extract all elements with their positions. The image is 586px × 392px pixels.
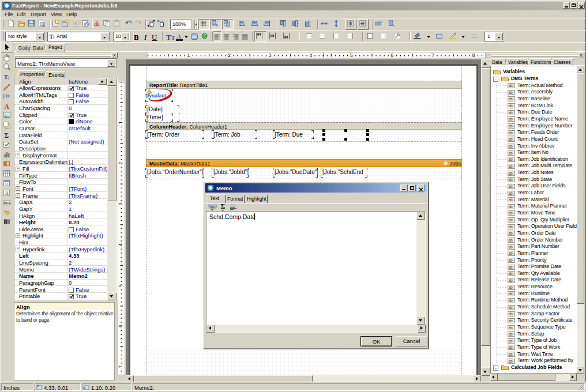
- svg-text:ab: ab: [509, 278, 513, 282]
- svg-text:8: 8: [472, 52, 475, 58]
- svg-text:I: I: [8, 76, 9, 81]
- svg-text:ab: ab: [509, 265, 513, 269]
- svg-text:ab: ab: [509, 312, 513, 316]
- svg-text:ab: ab: [509, 211, 513, 215]
- svg-text:abc: abc: [210, 205, 215, 208]
- svg-text:ab: ab: [509, 91, 513, 95]
- svg-text:ab: ab: [509, 359, 513, 363]
- svg-text:ab: ab: [509, 238, 513, 242]
- svg-text:A: A: [5, 191, 9, 196]
- svg-text:ab: ab: [509, 111, 513, 115]
- svg-text:ab: ab: [509, 352, 513, 356]
- svg-text:ab: ab: [509, 319, 513, 323]
- svg-text:5: 5: [350, 52, 353, 58]
- svg-text:ab: ab: [509, 258, 513, 262]
- svg-text:7: 7: [431, 52, 434, 58]
- svg-text:2: 2: [118, 162, 123, 165]
- svg-text:ab: ab: [509, 326, 513, 330]
- svg-text:6: 6: [391, 52, 394, 58]
- svg-text:ab: ab: [509, 137, 513, 141]
- svg-text:ab: ab: [509, 245, 513, 249]
- svg-text:ab: ab: [509, 292, 513, 296]
- svg-text:3: 3: [269, 52, 272, 58]
- svg-text:ab: ab: [509, 339, 513, 343]
- svg-text:T: T: [4, 73, 8, 80]
- svg-text:4: 4: [309, 52, 312, 58]
- svg-text:6: 6: [118, 325, 123, 327]
- svg-text:ab: ab: [509, 131, 513, 135]
- svg-text:4: 4: [118, 243, 123, 246]
- svg-text:ab: ab: [509, 117, 513, 121]
- svg-text:3: 3: [118, 202, 123, 205]
- svg-text:ab: ab: [509, 205, 513, 209]
- svg-text:ab: ab: [509, 231, 513, 235]
- svg-text:OLE: OLE: [4, 201, 11, 205]
- svg-text:ab: ab: [509, 332, 513, 336]
- svg-text:Σ: Σ: [4, 132, 9, 139]
- svg-text:2: 2: [228, 52, 231, 58]
- svg-text:ab: ab: [509, 218, 513, 222]
- svg-text:ab: ab: [509, 104, 513, 108]
- svg-text:1: 1: [118, 121, 123, 124]
- svg-text:ab: ab: [509, 251, 513, 255]
- svg-text:ab: ab: [509, 144, 513, 148]
- svg-text:ab: ab: [509, 151, 513, 155]
- svg-text:5: 5: [118, 284, 123, 287]
- svg-text:ab: ab: [509, 306, 513, 310]
- svg-text:7: 7: [118, 365, 123, 368]
- svg-text:ab: ab: [509, 171, 513, 175]
- svg-text:ab: ab: [509, 124, 513, 128]
- svg-text:ab: ab: [509, 84, 513, 88]
- svg-text:ab: ab: [509, 184, 513, 189]
- svg-text:ab: ab: [509, 345, 513, 349]
- svg-text:ab: ab: [509, 198, 513, 202]
- svg-text:ab: ab: [509, 97, 513, 101]
- svg-text:ab: ab: [509, 272, 513, 276]
- svg-text:1: 1: [187, 52, 190, 58]
- svg-text:ab: ab: [509, 178, 513, 182]
- svg-text:ab: ab: [509, 299, 513, 303]
- svg-text:ab: ab: [509, 164, 513, 168]
- svg-text:ab: ab: [509, 191, 513, 195]
- svg-text:ab: ab: [509, 157, 513, 161]
- svg-text:ab: ab: [509, 225, 513, 229]
- svg-text:ab: ab: [509, 285, 513, 289]
- svg-text:A: A: [4, 103, 9, 110]
